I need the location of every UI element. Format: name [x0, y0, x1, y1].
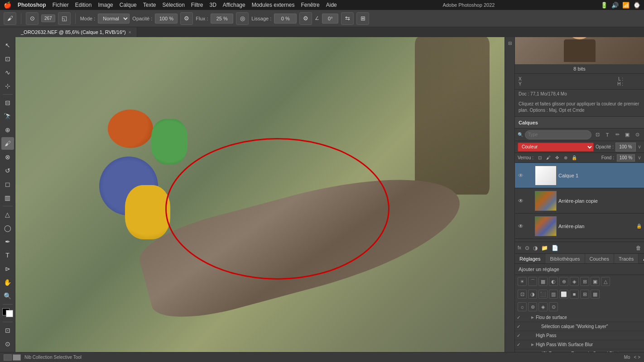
menu-image[interactable]: Image	[98, 2, 113, 8]
crop-tool[interactable]: ⊟	[1, 96, 14, 109]
layer-filter-toggle[interactable]: ⊙	[633, 131, 641, 139]
layer-filter-shape[interactable]: ✏	[613, 131, 621, 139]
delete-layer-button[interactable]: 🗑	[636, 245, 641, 251]
lock-artboard[interactable]: ⊕	[562, 154, 569, 162]
reglage-colorbalance[interactable]: ⊕	[559, 277, 568, 286]
brush-tool-button[interactable]: 🖌	[4, 12, 16, 25]
menu-selection[interactable]: Sélection	[162, 2, 184, 8]
layer-visibility-toggle[interactable]: 👁	[517, 171, 525, 180]
reglage-photo-filter[interactable]: ⊞	[580, 277, 589, 286]
select-rect-tool[interactable]: ⊡	[1, 52, 14, 65]
brush-tool[interactable]: 🖌	[1, 137, 14, 150]
panel-toggle-4[interactable]: ⊟	[506, 39, 514, 47]
menu-affichage[interactable]: Affichage	[223, 2, 245, 8]
reglage-pattern[interactable]: ⊞	[580, 290, 589, 299]
background-color[interactable]	[6, 310, 13, 317]
layer-fx-button[interactable]: fx	[518, 245, 521, 250]
layer-row[interactable]: 👁 Calque 1	[515, 163, 644, 188]
reglage-solid-color[interactable]: ■	[570, 290, 579, 299]
lasso-tool[interactable]: ∿	[1, 66, 14, 79]
path-select-tool[interactable]: ⊳	[1, 262, 14, 275]
canvas-area[interactable]	[15, 37, 514, 352]
opacity-input[interactable]	[155, 14, 178, 24]
menu-3d[interactable]: 3D	[210, 2, 216, 8]
tab-actions[interactable]: Actions	[639, 254, 644, 263]
reglage-invert[interactable]: ⬜	[559, 290, 568, 299]
new-adjustment-layer[interactable]: ◑	[533, 245, 538, 251]
menu-texte[interactable]: Texte	[143, 2, 156, 8]
hand-tool[interactable]: ✋	[1, 276, 14, 289]
eyedropper-tool[interactable]: 🔭	[1, 110, 14, 123]
reglage-levels[interactable]: ▦	[538, 277, 548, 286]
layer-visibility-toggle[interactable]: 👁	[517, 197, 525, 205]
menu-calque[interactable]: Calque	[120, 2, 137, 8]
new-layer-button[interactable]: 📄	[552, 245, 558, 251]
airbrush-toggle[interactable]: ◎	[236, 12, 249, 25]
lock-transparent-pixels[interactable]: ⊡	[536, 154, 543, 162]
layer-visibility-toggle[interactable]: 👁	[517, 222, 525, 230]
brush-options-button[interactable]: ◱	[58, 12, 71, 25]
gradient-tool[interactable]: ▥	[1, 191, 14, 204]
lock-image-pixels[interactable]: 🖌	[545, 154, 552, 162]
tab-traces[interactable]: Tracés	[614, 254, 639, 263]
lock-position[interactable]: ✥	[553, 154, 561, 162]
layer-filter-type[interactable]: T	[603, 131, 611, 139]
lissage-input[interactable]	[274, 14, 297, 24]
quick-mask[interactable]: ⊙	[1, 338, 14, 350]
layer-row[interactable]: 👁 Arrière-plan copie	[515, 188, 644, 214]
flux-input[interactable]	[211, 14, 233, 24]
menu-fichier[interactable]: Fichier	[53, 2, 69, 8]
new-group-layer[interactable]: 📁	[541, 245, 548, 251]
menu-photoshop[interactable]: Photoshop	[18, 2, 46, 8]
document-tab[interactable]: _ORO2632.NEF @ 85,6% (Calque 1, RVB/16*)…	[15, 27, 137, 37]
brush-size-display[interactable]: 267	[41, 14, 55, 22]
opacity-value-input[interactable]	[615, 143, 636, 152]
menu-aide[interactable]: Aide	[326, 2, 337, 8]
healing-brush-tool[interactable]: ⊕	[1, 124, 14, 136]
action-item[interactable]: ✓ ▶ High Pass With Surface Blur	[515, 340, 644, 349]
eraser-tool[interactable]: ◻	[1, 178, 14, 191]
menu-fenetre[interactable]: Fenêtre	[301, 2, 319, 8]
reglage-posterize[interactable]: ▥	[549, 290, 558, 299]
menu-filtre[interactable]: Filtre	[191, 2, 203, 8]
layer-search-input[interactable]	[525, 130, 591, 139]
blend-mode-select[interactable]: Couleur	[518, 143, 594, 152]
blur-tool[interactable]: △	[1, 208, 14, 221]
reglage-threshold[interactable]: △	[601, 277, 610, 286]
navigate-arrows[interactable]: < >	[634, 355, 640, 360]
layer-filter-pixel[interactable]: ⊡	[593, 131, 601, 139]
menu-modules[interactable]: Modules externes	[252, 2, 295, 8]
history-brush-tool[interactable]: ↺	[1, 164, 14, 177]
tab-reglages[interactable]: Réglages	[515, 254, 545, 263]
color-swatch[interactable]	[2, 308, 13, 317]
action-item[interactable]: ✓ ▶ Flou de surface	[515, 313, 644, 322]
tab-close-button[interactable]: ×	[129, 30, 131, 35]
reglage-curves[interactable]: ⌒	[528, 277, 537, 286]
reglage-selective-color[interactable]: ◑	[528, 290, 537, 299]
text-tool[interactable]: T	[1, 249, 14, 262]
apple-menu[interactable]: 🍎	[4, 1, 11, 9]
reglage-bw[interactable]: ⬛	[538, 290, 548, 299]
reglage-gradient[interactable]: ▦	[591, 290, 600, 299]
screen-mode[interactable]: ⊡	[1, 324, 14, 337]
action-expand[interactable]: ▶	[531, 315, 534, 319]
angle-input[interactable]	[322, 14, 338, 24]
menu-edition[interactable]: Edition	[75, 2, 92, 8]
reglage-vibrance2[interactable]: ◈	[538, 302, 548, 311]
reglage-vibrance[interactable]: ◈	[570, 277, 579, 286]
lock-all[interactable]: 🔒	[571, 154, 578, 162]
magic-wand-tool[interactable]: ⊹	[1, 80, 14, 92]
brush-preset-button[interactable]: ⊙	[26, 12, 38, 25]
reglage-exposure[interactable]: ☼	[518, 302, 527, 311]
tab-bibliotheques[interactable]: Bibliothèques	[545, 254, 585, 263]
pen-tool[interactable]: ✒	[1, 235, 14, 248]
reglage-gradient-map[interactable]: ▣	[591, 277, 600, 286]
layer-filter-smart[interactable]: ▣	[623, 131, 631, 139]
stamp-tool[interactable]: ⊗	[1, 151, 14, 163]
lissage-options[interactable]: ⚙	[299, 12, 312, 25]
move-tool[interactable]: ↖	[1, 39, 14, 52]
reglage-colorize[interactable]: ⊙	[549, 302, 558, 311]
dodge-tool[interactable]: ◯	[1, 222, 14, 234]
zoom-tool[interactable]: 🔍	[1, 290, 14, 302]
reglage-hsl[interactable]: ◐	[549, 277, 558, 286]
